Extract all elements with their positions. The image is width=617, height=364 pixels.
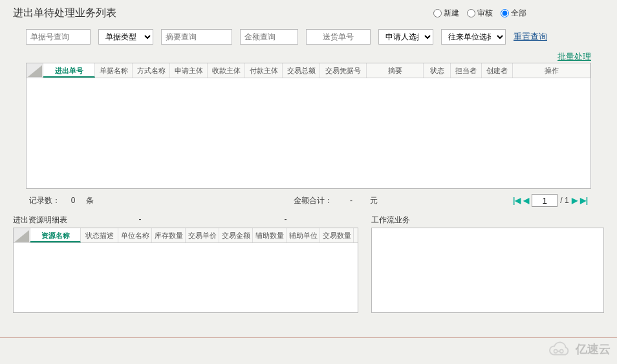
main-table: 进出单号单据名称方式名称申请主体收款主体付款主体交易总额交易凭据号摘要状态担当者… bbox=[26, 63, 591, 189]
radio-new[interactable]: 新建 bbox=[433, 8, 459, 19]
pager-first-icon[interactable]: |◀ bbox=[513, 196, 521, 205]
watermark: 亿速云 bbox=[545, 341, 611, 358]
main-col-1[interactable]: 单据名称 bbox=[95, 63, 133, 78]
radio-audit[interactable]: 审核 bbox=[467, 8, 493, 19]
amount-label: 金额合计： bbox=[294, 196, 332, 205]
pager-last-icon[interactable]: ▶| bbox=[580, 196, 588, 205]
amount-input[interactable] bbox=[240, 29, 298, 45]
page-title: 进出单待处理业务列表 bbox=[13, 6, 433, 20]
pager-page-input[interactable] bbox=[532, 194, 557, 207]
cloud-icon bbox=[545, 341, 572, 358]
main-col-4[interactable]: 收款主体 bbox=[208, 63, 245, 78]
detail-col-0[interactable]: 资源名称 bbox=[30, 228, 81, 242]
detail-dash1: - bbox=[67, 215, 213, 226]
doctype-select[interactable]: 单据类型 bbox=[98, 29, 153, 45]
detail-col-8[interactable]: 交易数量 bbox=[320, 228, 354, 242]
records-unit: 条 bbox=[86, 196, 94, 205]
main-col-3[interactable]: 申请主体 bbox=[170, 63, 208, 78]
main-col-11[interactable]: 创建者 bbox=[482, 63, 513, 78]
radio-all[interactable]: 全部 bbox=[501, 8, 526, 19]
svg-point-0 bbox=[554, 350, 557, 353]
detail-col-1[interactable]: 状态描述 bbox=[81, 228, 118, 242]
main-col-2[interactable]: 方式名称 bbox=[133, 63, 170, 78]
watermark-text: 亿速云 bbox=[576, 341, 611, 357]
detail-col-5[interactable]: 交易金额 bbox=[219, 228, 253, 242]
detail-title: 进出资源明细表 bbox=[13, 215, 67, 226]
main-col-0[interactable]: 进出单号 bbox=[43, 63, 95, 78]
main-col-10[interactable]: 担当者 bbox=[451, 63, 482, 78]
main-col-7[interactable]: 交易凭据号 bbox=[320, 63, 367, 78]
detail-table: 资源名称状态描述单位名称库存数量交易单价交易金额辅助数量辅助单位交易数量 bbox=[13, 228, 358, 313]
pager-prev-icon[interactable]: ◀ bbox=[523, 196, 529, 205]
status-bar: 记录数： 0 条 金额合计： - 元 |◀ ◀ / 1 ▶ ▶| bbox=[0, 189, 617, 212]
pager: |◀ ◀ / 1 ▶ ▶| bbox=[513, 194, 588, 207]
detail-col-4[interactable]: 交易单价 bbox=[186, 228, 219, 242]
svg-point-1 bbox=[560, 350, 563, 353]
reset-query-link[interactable]: 重置查询 bbox=[514, 31, 547, 43]
main-col-5[interactable]: 付款主体 bbox=[245, 63, 283, 78]
records-label: 记录数： bbox=[29, 196, 60, 205]
workflow-panel bbox=[371, 228, 604, 313]
main-col-9[interactable]: 状态 bbox=[424, 63, 451, 78]
detail-col-2[interactable]: 单位名称 bbox=[118, 228, 152, 242]
amount-unit: 元 bbox=[370, 196, 378, 205]
amount-value: - bbox=[350, 196, 352, 205]
filter-bar: 单据类型 申请人选择 往来单位选择 重置查询 bbox=[0, 25, 617, 50]
batch-process-link[interactable]: 批量处理 bbox=[557, 52, 591, 61]
detail-dash2: - bbox=[213, 215, 358, 226]
detail-corner bbox=[14, 228, 30, 242]
detail-col-3[interactable]: 库存数量 bbox=[152, 228, 186, 242]
main-col-6[interactable]: 交易总额 bbox=[283, 63, 320, 78]
main-col-8[interactable]: 摘要 bbox=[367, 63, 424, 78]
docno-input[interactable] bbox=[26, 29, 91, 45]
detail-col-7[interactable]: 辅助单位 bbox=[287, 228, 320, 242]
footer-divider bbox=[0, 337, 617, 338]
detail-col-6[interactable]: 辅助数量 bbox=[253, 228, 287, 242]
pager-next-icon[interactable]: ▶ bbox=[572, 196, 578, 205]
table-corner bbox=[27, 63, 43, 78]
filter-radio-group: 新建 审核 全部 bbox=[433, 8, 526, 19]
records-value: 0 bbox=[71, 196, 76, 205]
summary-input[interactable] bbox=[161, 29, 232, 45]
partner-select[interactable]: 往来单位选择 bbox=[441, 29, 506, 45]
main-col-12[interactable]: 操作 bbox=[513, 63, 590, 78]
applicant-select[interactable]: 申请人选择 bbox=[378, 29, 433, 45]
workflow-title: 工作流业务 bbox=[371, 215, 410, 226]
delivery-input[interactable] bbox=[306, 29, 371, 45]
pager-total: / 1 bbox=[560, 196, 568, 205]
